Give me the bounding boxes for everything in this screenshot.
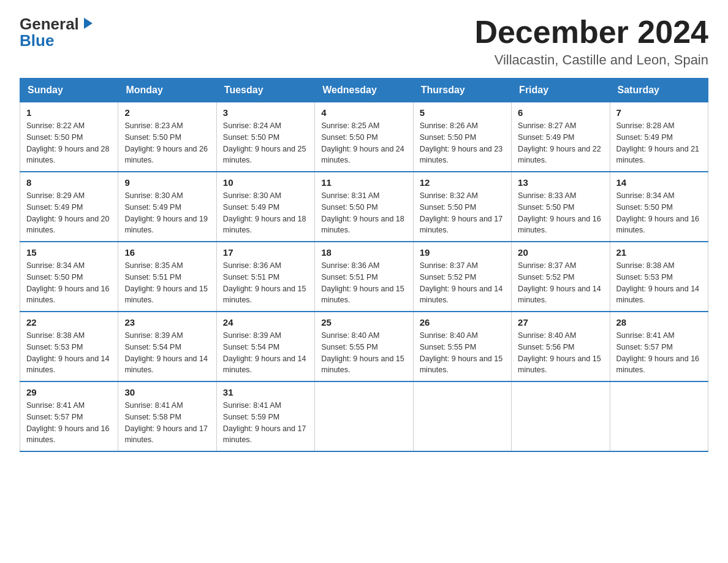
day-cell-15: 15Sunrise: 8:34 AMSunset: 5:50 PMDayligh… xyxy=(20,242,118,312)
day-number: 6 xyxy=(518,107,603,118)
title-block: December 2024 Villacastin, Castille and … xyxy=(474,15,708,68)
day-number: 15 xyxy=(26,247,112,258)
day-cell-29: 29Sunrise: 8:41 AMSunset: 5:57 PMDayligh… xyxy=(20,381,118,451)
day-cell-10: 10Sunrise: 8:30 AMSunset: 5:49 PMDayligh… xyxy=(216,172,314,242)
week-row-2: 8Sunrise: 8:29 AMSunset: 5:49 PMDaylight… xyxy=(20,172,708,242)
day-header-wednesday: Wednesday xyxy=(315,79,413,102)
day-header-sunday: Sunday xyxy=(20,79,118,102)
day-cell-23: 23Sunrise: 8:39 AMSunset: 5:54 PMDayligh… xyxy=(118,312,216,381)
day-info: Sunrise: 8:37 AMSunset: 5:52 PMDaylight:… xyxy=(420,260,505,306)
day-number: 4 xyxy=(321,107,406,118)
day-info: Sunrise: 8:36 AMSunset: 5:51 PMDaylight:… xyxy=(321,260,406,306)
day-cell-11: 11Sunrise: 8:31 AMSunset: 5:50 PMDayligh… xyxy=(315,172,413,242)
empty-cell xyxy=(610,381,708,451)
day-header-saturday: Saturday xyxy=(610,79,708,102)
day-number: 17 xyxy=(223,247,308,258)
logo: General Blue xyxy=(20,15,94,50)
day-cell-17: 17Sunrise: 8:36 AMSunset: 5:51 PMDayligh… xyxy=(216,242,314,312)
day-number: 11 xyxy=(321,177,406,188)
day-number: 18 xyxy=(321,247,406,258)
day-info: Sunrise: 8:41 AMSunset: 5:57 PMDaylight:… xyxy=(616,330,702,376)
day-info: Sunrise: 8:30 AMSunset: 5:49 PMDaylight:… xyxy=(124,190,210,236)
day-number: 10 xyxy=(223,177,308,188)
day-cell-6: 6Sunrise: 8:27 AMSunset: 5:49 PMDaylight… xyxy=(512,102,610,172)
location-title: Villacastin, Castille and Leon, Spain xyxy=(474,52,708,68)
week-row-4: 22Sunrise: 8:38 AMSunset: 5:53 PMDayligh… xyxy=(20,312,708,381)
day-cell-7: 7Sunrise: 8:28 AMSunset: 5:49 PMDaylight… xyxy=(610,102,708,172)
day-info: Sunrise: 8:22 AMSunset: 5:50 PMDaylight:… xyxy=(26,120,112,166)
day-number: 26 xyxy=(420,317,505,327)
empty-cell xyxy=(512,381,610,451)
day-cell-1: 1Sunrise: 8:22 AMSunset: 5:50 PMDaylight… xyxy=(20,102,118,172)
day-number: 22 xyxy=(26,317,112,327)
day-info: Sunrise: 8:35 AMSunset: 5:51 PMDaylight:… xyxy=(124,260,210,306)
day-info: Sunrise: 8:23 AMSunset: 5:50 PMDaylight:… xyxy=(124,120,210,166)
day-cell-28: 28Sunrise: 8:41 AMSunset: 5:57 PMDayligh… xyxy=(610,312,708,381)
day-cell-9: 9Sunrise: 8:30 AMSunset: 5:49 PMDaylight… xyxy=(118,172,216,242)
day-info: Sunrise: 8:24 AMSunset: 5:50 PMDaylight:… xyxy=(223,120,308,166)
day-info: Sunrise: 8:34 AMSunset: 5:50 PMDaylight:… xyxy=(616,190,702,236)
day-cell-21: 21Sunrise: 8:38 AMSunset: 5:53 PMDayligh… xyxy=(610,242,708,312)
day-number: 29 xyxy=(26,387,112,397)
day-number: 14 xyxy=(616,177,702,188)
day-cell-5: 5Sunrise: 8:26 AMSunset: 5:50 PMDaylight… xyxy=(413,102,511,172)
day-info: Sunrise: 8:26 AMSunset: 5:50 PMDaylight:… xyxy=(420,120,505,166)
day-cell-31: 31Sunrise: 8:41 AMSunset: 5:59 PMDayligh… xyxy=(216,381,314,451)
day-cell-26: 26Sunrise: 8:40 AMSunset: 5:55 PMDayligh… xyxy=(413,312,511,381)
day-header-thursday: Thursday xyxy=(413,79,511,102)
day-number: 19 xyxy=(420,247,505,258)
page-header: General Blue December 2024 Villacastin, … xyxy=(20,15,708,68)
day-info: Sunrise: 8:41 AMSunset: 5:59 PMDaylight:… xyxy=(223,400,308,446)
day-cell-18: 18Sunrise: 8:36 AMSunset: 5:51 PMDayligh… xyxy=(315,242,413,312)
day-number: 30 xyxy=(124,387,210,397)
day-info: Sunrise: 8:39 AMSunset: 5:54 PMDaylight:… xyxy=(124,330,210,376)
day-cell-14: 14Sunrise: 8:34 AMSunset: 5:50 PMDayligh… xyxy=(610,172,708,242)
day-number: 16 xyxy=(124,247,210,258)
day-number: 5 xyxy=(420,107,505,118)
calendar-header-row: SundayMondayTuesdayWednesdayThursdayFrid… xyxy=(20,79,708,102)
empty-cell xyxy=(315,381,413,451)
day-info: Sunrise: 8:37 AMSunset: 5:52 PMDaylight:… xyxy=(518,260,603,306)
week-row-5: 29Sunrise: 8:41 AMSunset: 5:57 PMDayligh… xyxy=(20,381,708,451)
day-info: Sunrise: 8:40 AMSunset: 5:56 PMDaylight:… xyxy=(518,330,603,376)
day-info: Sunrise: 8:32 AMSunset: 5:50 PMDaylight:… xyxy=(420,190,505,236)
day-number: 23 xyxy=(124,317,210,327)
day-cell-24: 24Sunrise: 8:39 AMSunset: 5:54 PMDayligh… xyxy=(216,312,314,381)
day-number: 27 xyxy=(518,317,603,327)
day-number: 3 xyxy=(223,107,308,118)
day-cell-30: 30Sunrise: 8:41 AMSunset: 5:58 PMDayligh… xyxy=(118,381,216,451)
day-info: Sunrise: 8:25 AMSunset: 5:50 PMDaylight:… xyxy=(321,120,406,166)
day-number: 25 xyxy=(321,317,406,327)
day-number: 24 xyxy=(223,317,308,327)
day-number: 2 xyxy=(124,107,210,118)
day-cell-2: 2Sunrise: 8:23 AMSunset: 5:50 PMDaylight… xyxy=(118,102,216,172)
day-cell-4: 4Sunrise: 8:25 AMSunset: 5:50 PMDaylight… xyxy=(315,102,413,172)
day-number: 7 xyxy=(616,107,702,118)
day-cell-12: 12Sunrise: 8:32 AMSunset: 5:50 PMDayligh… xyxy=(413,172,511,242)
svg-marker-0 xyxy=(84,18,93,29)
day-number: 21 xyxy=(616,247,702,258)
day-cell-22: 22Sunrise: 8:38 AMSunset: 5:53 PMDayligh… xyxy=(20,312,118,381)
day-info: Sunrise: 8:38 AMSunset: 5:53 PMDaylight:… xyxy=(26,330,112,376)
month-title: December 2024 xyxy=(474,15,708,50)
calendar-table: SundayMondayTuesdayWednesdayThursdayFrid… xyxy=(20,78,708,452)
day-cell-3: 3Sunrise: 8:24 AMSunset: 5:50 PMDaylight… xyxy=(216,102,314,172)
day-cell-8: 8Sunrise: 8:29 AMSunset: 5:49 PMDaylight… xyxy=(20,172,118,242)
day-info: Sunrise: 8:28 AMSunset: 5:49 PMDaylight:… xyxy=(616,120,702,166)
week-row-3: 15Sunrise: 8:34 AMSunset: 5:50 PMDayligh… xyxy=(20,242,708,312)
logo-blue: Blue xyxy=(20,31,54,50)
day-info: Sunrise: 8:29 AMSunset: 5:49 PMDaylight:… xyxy=(26,190,112,236)
day-number: 1 xyxy=(26,107,112,118)
day-cell-16: 16Sunrise: 8:35 AMSunset: 5:51 PMDayligh… xyxy=(118,242,216,312)
day-cell-19: 19Sunrise: 8:37 AMSunset: 5:52 PMDayligh… xyxy=(413,242,511,312)
day-info: Sunrise: 8:27 AMSunset: 5:49 PMDaylight:… xyxy=(518,120,603,166)
day-header-tuesday: Tuesday xyxy=(216,79,314,102)
day-cell-25: 25Sunrise: 8:40 AMSunset: 5:55 PMDayligh… xyxy=(315,312,413,381)
day-info: Sunrise: 8:30 AMSunset: 5:49 PMDaylight:… xyxy=(223,190,308,236)
day-info: Sunrise: 8:41 AMSunset: 5:57 PMDaylight:… xyxy=(26,400,112,446)
day-number: 12 xyxy=(420,177,505,188)
day-info: Sunrise: 8:40 AMSunset: 5:55 PMDaylight:… xyxy=(420,330,505,376)
day-info: Sunrise: 8:34 AMSunset: 5:50 PMDaylight:… xyxy=(26,260,112,306)
day-info: Sunrise: 8:40 AMSunset: 5:55 PMDaylight:… xyxy=(321,330,406,376)
week-row-1: 1Sunrise: 8:22 AMSunset: 5:50 PMDaylight… xyxy=(20,102,708,172)
